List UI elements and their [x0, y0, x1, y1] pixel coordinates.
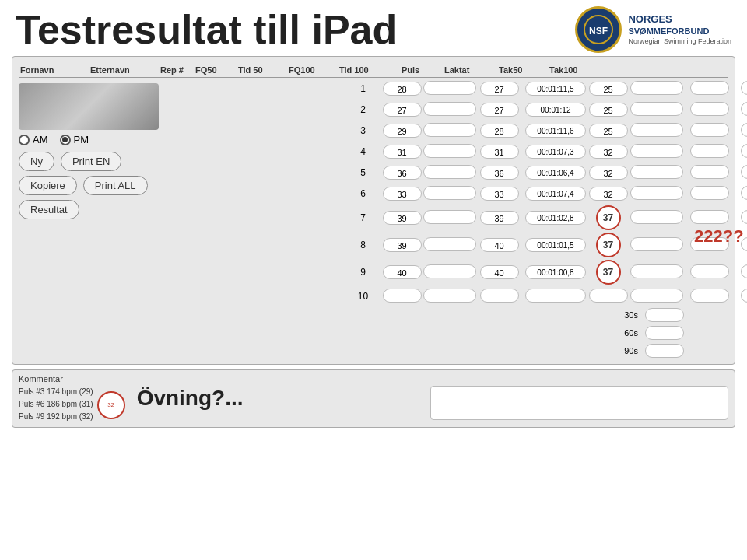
rep-7: 7	[345, 212, 381, 223]
col-etternavn: Etternavn	[89, 65, 159, 75]
table-row: 9 40 40 00:01:00,8 37	[205, 260, 747, 285]
puls-circle-7: 37	[596, 205, 621, 230]
col-tid50: Tid 50	[237, 65, 287, 75]
rep-4: 4	[345, 146, 381, 157]
tak50-1	[684, 81, 735, 97]
svg-text:NSF: NSF	[589, 26, 608, 37]
puls-1: 25	[587, 82, 630, 96]
col-tid100: Tid 100	[338, 65, 400, 75]
resultat-button[interactable]: Resultat	[19, 200, 79, 219]
radio-pm-label: PM	[74, 134, 89, 145]
header: Testresultat till iPad NSF NORGES SVØMME…	[0, 0, 747, 56]
radio-pm-circle[interactable]	[60, 135, 71, 145]
col-rep: Rep #	[159, 65, 194, 75]
laktat-1	[630, 81, 684, 97]
puls-circle-9: 37	[596, 260, 621, 285]
logo-icon: NSF	[575, 6, 622, 53]
table-row: 8 39 40 00:01:01,5 37 222??	[205, 233, 747, 257]
col-fq50: FQ50	[194, 65, 237, 75]
kommentar-pulse-block: Puls #3 174 bpm (29) Puls #6 186 bpm (31…	[19, 386, 125, 423]
main-table-area: Fornavn Etternavn Rep # FQ50 Tid 50 FQ10…	[12, 56, 735, 365]
annotation-222: 222??	[688, 226, 744, 247]
radio-pm[interactable]: PM	[60, 134, 89, 145]
pulse-line-1: Puls #3 174 bpm (29)	[19, 386, 93, 398]
table-row: 3 29 28 00:01:11,6 25	[205, 121, 747, 140]
btn-row-2: Kopiere Print ALL	[19, 176, 202, 195]
tak100-1	[735, 81, 747, 97]
avatar-image	[19, 83, 159, 130]
radio-group: AM PM	[19, 134, 202, 145]
content-layout: AM PM Ny Print EN Kopiere Print ALL Resu…	[19, 79, 728, 358]
page-title: Testresultat till iPad	[16, 8, 397, 52]
radio-am[interactable]: AM	[19, 134, 48, 145]
col-tak50: Tak50	[497, 65, 548, 75]
rep-8: 8	[345, 240, 381, 250]
table-row: 6 33 33 00:01:07,4 32	[205, 184, 747, 203]
left-controls: AM PM Ny Print EN Kopiere Print ALL Resu…	[19, 79, 205, 358]
pulse-info-block: Puls #3 174 bpm (29) Puls #6 186 bpm (31…	[19, 386, 93, 423]
ny-button[interactable]: Ny	[19, 152, 54, 171]
ovning-text: Övning?...	[137, 386, 244, 411]
table-row: 2 27 27 00:01:12 25	[205, 100, 747, 119]
rep-6: 6	[345, 188, 381, 199]
pulse-line-3: Puls #9 192 bpm (32)	[19, 411, 93, 423]
fq50-1: 28	[381, 82, 423, 96]
kommentar-label: Kommentar	[19, 374, 728, 383]
row-60s: 60s	[624, 326, 684, 340]
col-fornavn: Fornavn	[19, 65, 89, 75]
extra-inputs-area: 30s 60s 90s	[205, 308, 747, 358]
table-row: 5 36 36 00:01:06,4 32	[205, 163, 747, 182]
logo-area: NSF NORGES SVØMMEFORBUND Norwegian Swimm…	[575, 6, 731, 53]
avatar	[19, 83, 159, 130]
col-tak100: Tak100	[548, 65, 598, 75]
rep-2: 2	[345, 104, 381, 115]
rep-9: 9	[345, 267, 381, 278]
rep-5: 5	[345, 167, 381, 178]
data-rows: 1 28 27 00:01:11,5 25 2 27 27 00:01:12 2…	[205, 79, 747, 358]
tid50-1	[423, 81, 474, 97]
rep-10: 10	[345, 291, 381, 302]
table-header: Fornavn Etternavn Rep # FQ50 Tid 50 FQ10…	[19, 63, 728, 78]
kommentar-left: Puls #3 174 bpm (29) Puls #6 186 bpm (31…	[19, 386, 728, 423]
radio-am-circle[interactable]	[19, 135, 30, 145]
kommentar-circle: 32	[97, 391, 125, 419]
col-fq100: FQ100	[287, 65, 338, 75]
col-laktat: Laktat	[443, 65, 497, 75]
print-en-button[interactable]: Print EN	[61, 152, 121, 171]
print-all-button[interactable]: Print ALL	[83, 176, 148, 195]
radio-am-label: AM	[33, 134, 48, 145]
table-row: 1 28 27 00:01:11,5 25	[205, 79, 747, 98]
puls-circle-8: 37	[596, 233, 621, 257]
tid100-1: 00:01:11,5	[524, 82, 587, 96]
rep-1: 1	[345, 83, 381, 94]
col-puls: Puls	[400, 65, 443, 75]
table-row: 10	[205, 287, 747, 306]
row-30s: 30s	[624, 308, 684, 322]
ovning-block: Övning?...	[133, 386, 423, 411]
fq100-1: 27	[474, 82, 524, 96]
btn-row-1: Ny Print EN	[19, 152, 202, 171]
row-90s: 90s	[624, 344, 684, 358]
table-row: 7 39 39 00:01:02,8 37	[205, 205, 747, 230]
kommentar-input[interactable]	[430, 386, 728, 420]
kommentar-area: Kommentar Puls #3 174 bpm (29) Puls #6 1…	[12, 369, 735, 428]
table-row: 4 31 31 00:01:07,3 32	[205, 142, 747, 161]
logo-text: NORGES SVØMMEFORBUND Norwegian Swimming …	[628, 13, 731, 47]
kopiere-button[interactable]: Kopiere	[19, 176, 77, 195]
rep-3: 3	[345, 125, 381, 136]
pulse-line-2: Puls #6 186 bpm (31)	[19, 398, 93, 411]
